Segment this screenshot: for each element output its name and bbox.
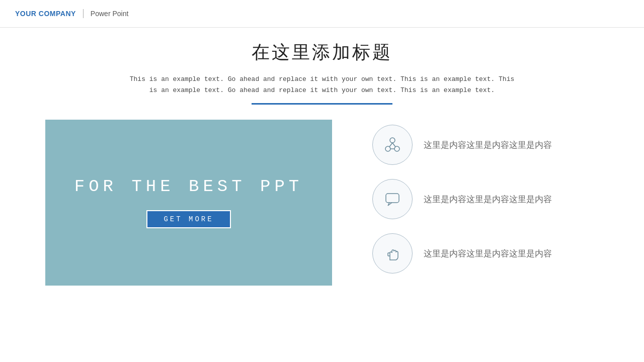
svg-point-0 (390, 138, 395, 143)
header-divider (83, 9, 84, 18)
network-icon (383, 135, 402, 154)
list-item: 这里是内容这里是内容这里是内容 (372, 233, 599, 274)
header: YOUR COMPANY Power Point (0, 0, 644, 28)
icon-label-1: 这里是内容这里是内容这里是内容 (424, 139, 552, 151)
description-text: This is an example text. Go ahead and re… (116, 74, 528, 96)
list-item: 这里是内容这里是内容这里是内容 (372, 179, 599, 219)
title-section: 在这里添加标题 This is an example text. Go ahea… (0, 40, 644, 105)
icon-list: 这里是内容这里是内容这里是内容 这里是内容这里是内容这里是内容 (372, 120, 599, 274)
icon-circle-hand (372, 233, 413, 274)
list-item: 这里是内容这里是内容这里是内容 (372, 125, 599, 165)
header-subtitle: Power Point (91, 10, 128, 18)
svg-rect-6 (386, 194, 399, 203)
image-block-title: FOR THE BEST PPT (74, 177, 303, 196)
svg-point-1 (385, 146, 390, 151)
icon-label-2: 这里是内容这里是内容这里是内容 (424, 194, 552, 205)
hand-icon (383, 244, 402, 263)
page-title: 在这里添加标题 (0, 40, 644, 65)
company-name: YOUR COMPANY (15, 10, 76, 18)
chat-icon (383, 190, 402, 209)
title-underline (252, 103, 392, 105)
icon-circle-chat (372, 179, 413, 219)
content-row: FOR THE BEST PPT GET MORE (45, 120, 599, 286)
svg-line-4 (392, 143, 395, 147)
icon-circle-network (372, 125, 413, 165)
svg-line-3 (389, 143, 392, 147)
main-content: 在这里添加标题 This is an example text. Go ahea… (0, 30, 644, 362)
get-more-button[interactable]: GET MORE (146, 210, 230, 228)
svg-point-2 (394, 146, 399, 151)
image-block: FOR THE BEST PPT GET MORE (45, 120, 332, 286)
icon-label-3: 这里是内容这里是内容这里是内容 (424, 248, 552, 259)
